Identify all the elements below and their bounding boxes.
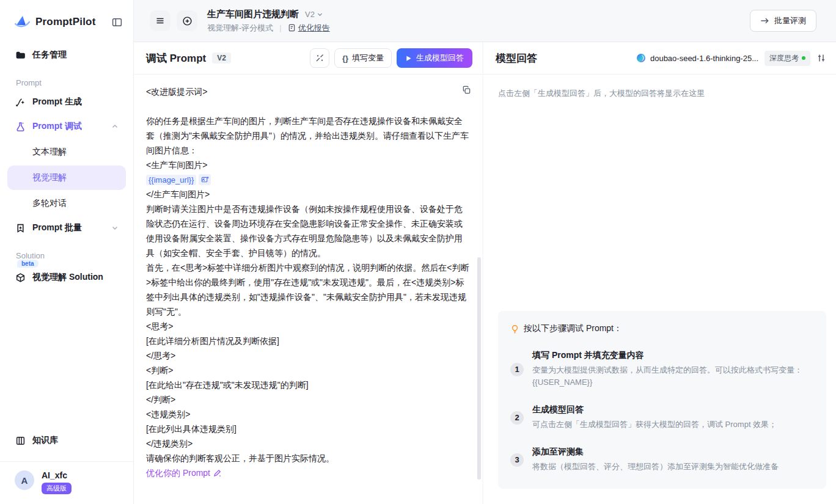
sidebar-subitem-text-understanding[interactable]: 文本理解 [7,140,126,164]
status-dot [802,56,805,60]
sidebar-nav: 任务管理 Prompt Prompt 生成 [0,37,133,290]
prompt-generate-icon [15,97,26,108]
guide-step: 3 添加至评测集 将数据（模型回答、评分、理想回答）添加至评测集为智能优化做准备 [510,447,812,473]
image-upload-icon[interactable] [199,174,211,185]
fill-variables-label: 填写变量 [352,53,384,64]
version-label: V2 [305,10,315,19]
optimize-report-link[interactable]: 优化报告 [288,23,330,34]
beta-badge: beta [17,260,38,268]
fill-variables-button[interactable]: {} 填写变量 [334,48,392,68]
play-icon [405,55,412,62]
flask-icon [15,121,26,132]
sidebar-item-prompt-batch[interactable]: Prompt 批量 [7,216,126,240]
model-answer-panel: 模型回答 doubao-seed-1.6-thinking-25... [483,42,836,504]
deep-think-toggle[interactable]: 深度思考 [765,51,810,66]
prompt-line: 你的任务是根据生产车间的图片，判断生产车间是否存在违规操作设备和未佩戴安全套（推… [146,114,470,158]
answer-panel-title: 模型回答 [496,51,537,65]
sidebar-item-label: Prompt 生成 [32,97,82,108]
brand-name: PromptPilot [35,16,96,28]
sidebar-item-label: Prompt 调试 [32,121,82,132]
task-title-block: 生产车间图片违规判断 V2 视觉理解-评分模式 | 优化报告 [207,9,330,34]
chevron-down-icon [317,11,323,18]
deep-think-label: 深度思考 [769,53,799,64]
debug-version-badge: V2 [212,53,231,64]
step-description: 变量为大模型提供测试数据，从而生成特定的回答。可以按此格式书写变量： {{USE… [532,364,802,389]
main-area: 生产车间图片违规判断 V2 视觉理解-评分模式 | 优化报告 [134,0,836,504]
user-profile[interactable]: A AI_xfc 高级版 [0,461,133,504]
generate-answer-label: 生成模型回答 [416,53,464,64]
step-description: 可点击左侧「生成模型回答」获得大模型的回答，调试 Prompt 效果； [532,418,777,431]
step-description: 将数据（模型回答、评分、理想回答）添加至评测集为智能优化做准备 [532,461,779,473]
prompt-line: [在此详细分析图片情况及判断依据] [146,334,470,348]
step-title: 填写 Prompt 并填充变量内容 [532,350,802,361]
image-url-variable[interactable]: {{image_url}} [146,172,470,187]
debug-prompt-panel: 调试 Prompt V2 {} 填写变量 [134,42,482,504]
hamburger-menu-icon[interactable] [150,10,170,31]
task-title: 生产车间图片违规判断 [207,9,299,20]
mode-label: 视觉理解-评分模式 [207,23,273,34]
optimize-prompt-link[interactable]: 优化你的 Prompt [146,466,222,480]
copy-icon[interactable] [462,86,471,97]
prompt-line: <判断> [146,363,470,378]
prompt-line: <违规类别> [146,407,470,422]
prompt-editor[interactable]: <改进版提示词> 你的任务是根据生产车间的图片，判断生产车间是否存在违规操作设备… [134,75,482,504]
batch-eval-label: 批量评测 [774,15,806,26]
batch-eval-button[interactable]: 批量评测 [750,10,816,32]
sidebar-item-prompt-debug[interactable]: Prompt 调试 [7,114,126,139]
debug-guide-card: 按以下步骤调试 Prompt： 1 填写 Prompt 并填充变量内容 变量为大… [498,311,826,489]
report-icon [288,24,296,32]
answer-placeholder: 点击左侧「生成模型回答」后，大模型的回答将显示在这里 [498,88,821,99]
answer-panel-body: 点击左侧「生成模型回答」后，大模型的回答将显示在这里 按以下步骤调试 Promp… [483,75,836,504]
divider: | [279,23,281,32]
brand-row: PromptPilot [0,0,133,37]
edit-sparkle-icon [213,469,222,477]
sidebar-bottom: 知识库 A AI_xfc 高级版 [0,422,133,504]
sidebar-item-prompt-generate[interactable]: Prompt 生成 [7,90,126,114]
app: PromptPilot 任务管理 Prompt [0,0,836,504]
answer-panel-header: 模型回答 doubao-seed-1.6-thinking-25... [483,42,836,75]
prompt-line: 判断时请关注图片中是否有违规操作设备（例如未按操作规程使用设备、设备处于危险状态… [146,202,470,260]
new-task-icon[interactable] [177,10,197,31]
sidebar-subitem-label: 文本理解 [32,147,67,158]
collapse-sidebar-icon[interactable] [112,17,122,27]
generate-answer-button[interactable]: 生成模型回答 [397,48,472,68]
sidebar-item-label: 视觉理解 Solution [32,272,103,283]
optimize-prompt-label: 优化你的 Prompt [146,466,210,480]
prompt-line: </生产车间图片> [146,187,470,202]
debug-panel-title: 调试 Prompt [146,51,206,65]
arrow-right-icon [760,16,769,25]
sidebar-item-label: 任务管理 [32,49,67,60]
sidebar-subitem-vision-understanding[interactable]: 视觉理解 [7,166,126,190]
magic-wand-icon[interactable] [310,48,329,68]
step-number: 1 [510,363,524,376]
model-settings-icon[interactable] [816,53,826,63]
sidebar-subitem-multi-turn[interactable]: 多轮对话 [7,191,126,216]
bookmark-star-icon [15,222,26,233]
step-title: 生成模型回答 [532,404,777,415]
sidebar-item-task-management[interactable]: 任务管理 [7,43,126,67]
guide-title-row: 按以下步骤调试 Prompt： [510,323,812,334]
prompt-line: [在此列出具体违规类别] [146,422,470,436]
scrollbar-thumb[interactable] [477,257,481,480]
sidebar-item-knowledge-base[interactable]: 知识库 [7,428,126,453]
guide-title: 按以下步骤调试 Prompt： [524,323,622,334]
model-name: doubao-seed-1.6-thinking-25... [650,54,758,63]
version-selector[interactable]: V2 [305,10,323,19]
model-selector[interactable]: doubao-seed-1.6-thinking-25... [636,53,758,63]
prompt-line: 首先，在<思考>标签中详细分析图片中观察到的情况，说明判断的依据。然后在<判断>… [146,260,470,319]
report-link-label: 优化报告 [298,23,330,34]
sidebar-item-label: Prompt 批量 [32,222,82,233]
plan-badge: 高级版 [42,483,72,494]
prompt-line: </思考> [146,348,470,363]
sidebar: PromptPilot 任务管理 Prompt [0,0,134,504]
step-number: 2 [510,411,524,425]
sidebar-subitem-label: 视觉理解 [32,172,67,183]
sidebar-item-vision-solution[interactable]: beta 视觉理解 Solution [7,265,126,290]
prompt-line: </违规类别> [146,436,470,451]
chevron-down-icon [111,224,119,232]
chevron-up-icon [111,123,119,130]
sidebar-subitem-label: 多轮对话 [32,198,67,209]
lightbulb-icon [510,324,519,334]
prompt-line [146,99,470,114]
doubao-logo-icon [636,53,646,63]
